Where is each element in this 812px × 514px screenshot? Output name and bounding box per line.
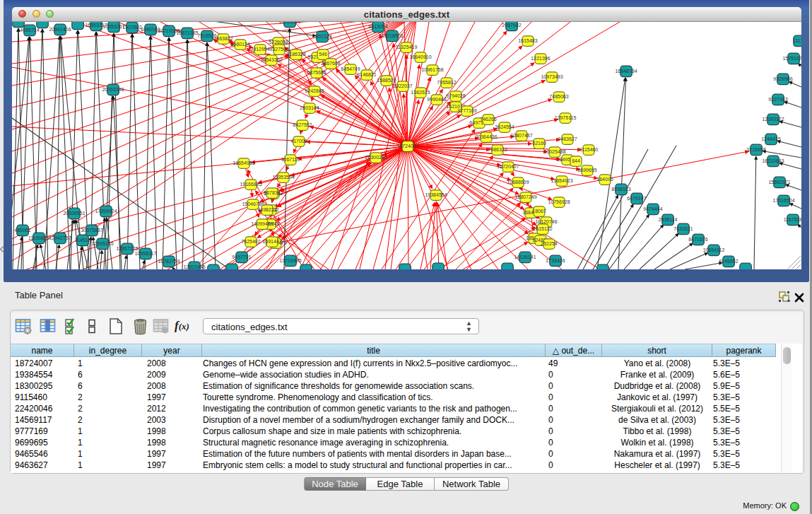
svg-text:1588520: 1588520 — [377, 78, 396, 83]
svg-text:15046786: 15046786 — [242, 201, 264, 206]
svg-text:11156829: 11156829 — [28, 235, 49, 240]
svg-text:9990448: 9990448 — [427, 97, 446, 102]
svg-text:9463627: 9463627 — [558, 136, 577, 141]
svg-text:16210643: 16210643 — [762, 158, 784, 163]
svg-text:11325419: 11325419 — [396, 45, 418, 49]
svg-text:546: 546 — [319, 52, 327, 57]
svg-text:10961758: 10961758 — [421, 67, 443, 72]
svg-text:8186328: 8186328 — [286, 52, 305, 57]
svg-text:5875685: 5875685 — [307, 70, 326, 75]
svg-text:8938923: 8938923 — [611, 187, 630, 192]
svg-text:1691447: 1691447 — [262, 239, 281, 244]
svg-text:9146821: 9146821 — [357, 72, 376, 77]
svg-text:9794028: 9794028 — [446, 93, 465, 98]
svg-text:3624554: 3624554 — [495, 124, 514, 129]
svg-text:8322037: 8322037 — [393, 83, 412, 88]
svg-text:19654985: 19654985 — [233, 160, 254, 165]
svg-text:9474444: 9474444 — [643, 206, 662, 211]
svg-text:567834: 567834 — [264, 190, 280, 195]
svg-text:10958117: 10958117 — [135, 251, 157, 256]
svg-text:1362615: 1362615 — [411, 90, 430, 95]
svg-text:3267110: 3267110 — [281, 157, 300, 162]
svg-text:1527602: 1527602 — [122, 25, 141, 30]
svg-text:15751074: 15751074 — [782, 56, 801, 61]
svg-text:9227343: 9227343 — [768, 97, 787, 102]
svg-text:252254: 252254 — [541, 241, 557, 246]
svg-text:7663822: 7663822 — [213, 36, 233, 41]
svg-text:8471676: 8471676 — [688, 237, 707, 242]
svg-text:10756928: 10756928 — [548, 199, 570, 204]
svg-text:10025488: 10025488 — [543, 149, 565, 154]
svg-text:20053346: 20053346 — [102, 87, 124, 92]
svg-text:19166825: 19166825 — [240, 182, 261, 187]
svg-text:7357224: 7357224 — [312, 34, 331, 39]
svg-text:7632621: 7632621 — [673, 226, 693, 231]
svg-text:12093372: 12093372 — [762, 117, 784, 122]
svg-text:18067: 18067 — [532, 209, 546, 214]
svg-text:9245652: 9245652 — [719, 259, 738, 264]
svg-text:15720407: 15720407 — [497, 164, 519, 169]
svg-text:12975115: 12975115 — [555, 115, 577, 120]
svg-text:13716485: 13716485 — [279, 258, 301, 263]
svg-text:2935114: 2935114 — [659, 217, 678, 222]
svg-text:17957225: 17957225 — [116, 246, 138, 251]
svg-text:9115460: 9115460 — [579, 147, 599, 152]
svg-text:10653267: 10653267 — [102, 24, 124, 29]
svg-text:2087682: 2087682 — [502, 23, 521, 28]
svg-text:2803144: 2803144 — [300, 105, 319, 110]
svg-text:10973493: 10973493 — [541, 74, 563, 79]
svg-text:7986322: 7986322 — [488, 147, 507, 152]
svg-text:7625402: 7625402 — [241, 239, 260, 244]
svg-text:18724007: 18724007 — [396, 144, 418, 148]
svg-text:12942757: 12942757 — [49, 235, 71, 240]
svg-text:164095: 164095 — [596, 177, 613, 182]
svg-text:6479197: 6479197 — [627, 196, 646, 201]
svg-text:8454749: 8454749 — [341, 66, 360, 71]
svg-text:8660124: 8660124 — [230, 42, 249, 47]
svg-text:17016504: 17016504 — [772, 198, 794, 203]
svg-text:8813054: 8813054 — [368, 24, 387, 29]
svg-text:3912954: 3912954 — [250, 47, 269, 52]
svg-text:16671385: 16671385 — [176, 30, 198, 35]
svg-text:12923446: 12923446 — [183, 264, 205, 269]
svg-text:16033809: 16033809 — [278, 22, 300, 24]
svg-text:417006: 417006 — [290, 139, 307, 144]
svg-text:746266: 746266 — [480, 117, 496, 122]
svg-text:1733426: 1733426 — [546, 258, 565, 263]
svg-text:20206551: 20206551 — [63, 211, 85, 216]
svg-text:62160: 62160 — [532, 141, 546, 146]
svg-text:18807249: 18807249 — [514, 194, 536, 199]
svg-text:1221396: 1221396 — [531, 56, 550, 61]
svg-text:10807487: 10807487 — [510, 133, 532, 138]
svg-text:19384554: 19384554 — [425, 192, 447, 197]
svg-text:16782759: 16782759 — [158, 259, 180, 264]
svg-text:11174: 11174 — [793, 38, 801, 43]
svg-text:30975887: 30975887 — [81, 228, 102, 233]
svg-text:19218506: 19218506 — [381, 33, 403, 38]
svg-text:16848784: 16848784 — [615, 69, 637, 74]
svg-text:9777169: 9777169 — [457, 108, 476, 113]
svg-text:12505135: 12505135 — [91, 241, 113, 246]
svg-text:20364436: 20364436 — [475, 134, 497, 139]
svg-text:25300285: 25300285 — [365, 155, 387, 160]
svg-text:15692971: 15692971 — [768, 180, 790, 185]
svg-text:1615132: 1615132 — [533, 226, 552, 231]
svg-text:16640910: 16640910 — [409, 54, 431, 59]
svg-text:10688609: 10688609 — [507, 180, 529, 185]
svg-text:1244415: 1244415 — [761, 136, 780, 141]
svg-text:20691406: 20691406 — [49, 27, 71, 32]
svg-text:15353594: 15353594 — [272, 175, 294, 180]
svg-text:844: 844 — [572, 158, 580, 163]
svg-text:14099489: 14099489 — [251, 221, 273, 226]
svg-text:8427552: 8427552 — [293, 122, 312, 127]
svg-text:9329966: 9329966 — [773, 76, 792, 81]
svg-text:7485063: 7485063 — [549, 94, 568, 99]
svg-text:14136141: 14136141 — [514, 255, 536, 259]
svg-text:9242848: 9242848 — [305, 88, 324, 93]
svg-text:114519: 114519 — [75, 238, 91, 243]
svg-text:2867608: 2867608 — [321, 61, 340, 66]
svg-text:3498222: 3498222 — [257, 207, 276, 212]
svg-text:4055714: 4055714 — [20, 28, 39, 33]
svg-text:485061: 485061 — [14, 228, 30, 233]
svg-text:13654923: 13654923 — [551, 178, 572, 183]
